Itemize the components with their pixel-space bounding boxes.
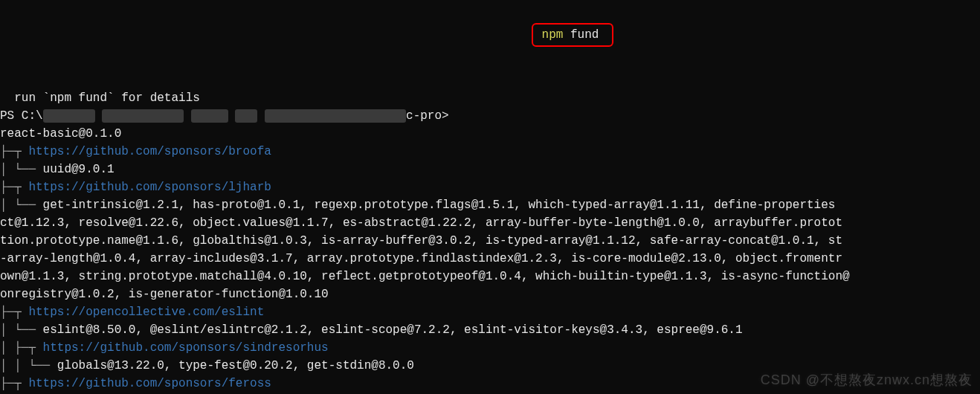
package-list: uuid@9.0.1 bbox=[43, 163, 115, 176]
sponsor-link-sindresorhus[interactable]: https://github.com/sponsors/sindresorhus bbox=[43, 341, 329, 355]
root-package: react-basic@0.1.0 bbox=[0, 127, 121, 141]
package-list: get-intrinsic@1.2.1, has-proto@1.0.1, re… bbox=[43, 198, 836, 212]
sponsor-link-ljharb[interactable]: https://github.com/sponsors/ljharb bbox=[28, 181, 271, 194]
sponsor-link-eslint[interactable]: https://opencollective.com/eslint bbox=[28, 306, 264, 319]
sponsor-link-broofa[interactable]: https://github.com/sponsors/broofa bbox=[28, 145, 271, 158]
sponsor-link-feross-1[interactable]: https://github.com/sponsors/feross bbox=[28, 377, 271, 390]
package-list: -array-length@1.0.4, array-includes@3.1.… bbox=[0, 252, 842, 265]
package-list: onregistry@1.0.2, is-generator-function@… bbox=[0, 288, 329, 301]
watermark: CSDN @不想熬夜znwx.cn想熬夜 bbox=[761, 370, 973, 390]
command-npm: npm bbox=[535, 28, 570, 42]
prompt-line[interactable]: PS C:\ c-pro> bbox=[0, 109, 449, 123]
package-list: eslint@8.50.0, @eslint/eslintrc@2.1.2, e… bbox=[43, 323, 743, 337]
highlight-box: npm fund bbox=[532, 23, 613, 47]
info-line: run `npm fund` for details bbox=[0, 91, 200, 105]
package-list: ct@1.12.3, resolve@1.22.6, object.values… bbox=[0, 216, 842, 230]
package-list: tion.prototype.name@1.1.6, globalthis@1.… bbox=[0, 234, 842, 248]
command-arg: fund bbox=[570, 28, 599, 42]
terminal-output: run `npm fund` for details PS C:\ c-pro>… bbox=[0, 71, 980, 394]
package-list: own@1.1.3, string.prototype.matchall@4.0… bbox=[0, 270, 850, 283]
package-list: globals@13.22.0, type-fest@0.20.2, get-s… bbox=[57, 359, 414, 372]
